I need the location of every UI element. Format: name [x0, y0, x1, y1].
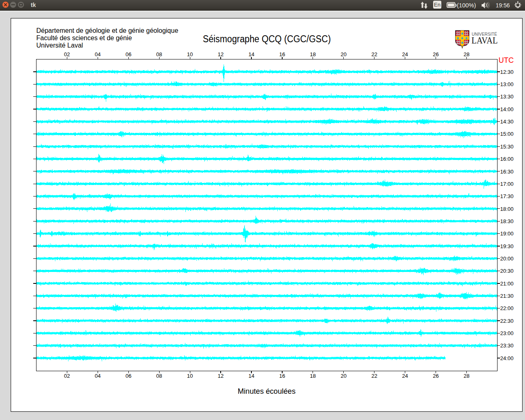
svg-text:19:00: 19:00 — [500, 231, 514, 237]
svg-text:20: 20 — [340, 373, 346, 379]
svg-text:06: 06 — [126, 51, 131, 57]
svg-text:28: 28 — [463, 51, 469, 57]
svg-text:02: 02 — [64, 373, 70, 379]
svg-text:10: 10 — [187, 373, 193, 379]
svg-text:26: 26 — [433, 51, 438, 57]
svg-text:Minutes écoulées: Minutes écoulées — [238, 387, 296, 395]
svg-text:18:00: 18:00 — [500, 206, 514, 212]
svg-text:14: 14 — [249, 373, 254, 379]
svg-text:08: 08 — [156, 51, 162, 57]
svg-text:26: 26 — [433, 373, 438, 379]
svg-text:16: 16 — [279, 51, 285, 57]
svg-text:LAVAL: LAVAL — [472, 35, 498, 46]
svg-text:16:00: 16:00 — [500, 156, 514, 162]
svg-text:06: 06 — [126, 373, 131, 379]
svg-text:02: 02 — [64, 51, 70, 57]
svg-text:04: 04 — [95, 373, 100, 379]
svg-text:23:00: 23:00 — [500, 330, 514, 336]
svg-text:22:00: 22:00 — [500, 305, 514, 311]
svg-text:21:00: 21:00 — [500, 281, 514, 287]
svg-text:08: 08 — [156, 373, 162, 379]
svg-text:20:00: 20:00 — [500, 256, 514, 262]
svg-text:24: 24 — [402, 373, 408, 379]
svg-text:28: 28 — [463, 373, 469, 379]
svg-text:24:00: 24:00 — [500, 355, 514, 361]
svg-text:16:30: 16:30 — [500, 169, 514, 175]
svg-text:12: 12 — [218, 51, 224, 57]
svg-text:20:30: 20:30 — [500, 268, 514, 274]
svg-text:Université Laval: Université Laval — [37, 42, 83, 49]
svg-text:21:30: 21:30 — [500, 293, 514, 299]
svg-text:16: 16 — [279, 373, 285, 379]
svg-text:19:30: 19:30 — [500, 243, 514, 249]
svg-text:17:30: 17:30 — [500, 193, 514, 199]
svg-text:Séismographe QCQ (CGC/GSC): Séismographe QCQ (CGC/GSC) — [203, 34, 331, 44]
svg-text:14:00: 14:00 — [500, 106, 514, 112]
svg-text:23:30: 23:30 — [500, 342, 514, 349]
svg-text:14:30: 14:30 — [500, 119, 514, 125]
svg-text:22:30: 22:30 — [500, 318, 514, 324]
svg-text:12: 12 — [218, 373, 224, 379]
svg-text:Département de géologie et de: Département de géologie et de génie géol… — [37, 27, 178, 34]
svg-text:24: 24 — [402, 51, 408, 57]
svg-text:20: 20 — [340, 51, 346, 57]
svg-text:12:30: 12:30 — [500, 69, 514, 75]
svg-text:Faculté des sciences et de gén: Faculté des sciences et de génie — [37, 34, 132, 41]
svg-text:15:00: 15:00 — [500, 131, 514, 137]
svg-text:22: 22 — [371, 51, 377, 57]
svg-text:17:00: 17:00 — [500, 181, 514, 187]
svg-text:18: 18 — [310, 51, 316, 57]
svg-text:18: 18 — [310, 373, 316, 379]
svg-text:14: 14 — [249, 51, 254, 57]
svg-text:22: 22 — [371, 373, 377, 379]
svg-text:04: 04 — [95, 51, 100, 57]
svg-text:18:30: 18:30 — [500, 218, 514, 224]
svg-text:13:30: 13:30 — [500, 94, 514, 100]
svg-text:10: 10 — [187, 51, 193, 57]
svg-text:15:30: 15:30 — [500, 144, 514, 150]
svg-text:13:00: 13:00 — [500, 81, 514, 87]
svg-text:UTC: UTC — [499, 56, 514, 64]
